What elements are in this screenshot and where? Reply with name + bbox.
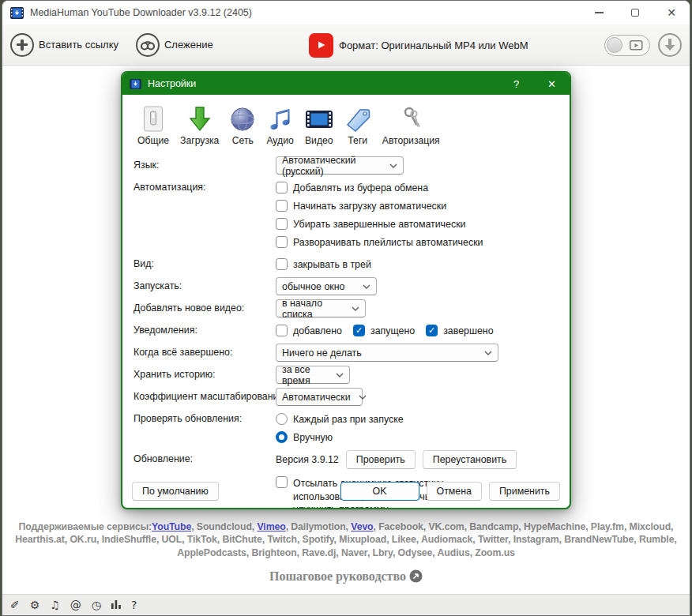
settings-tabs: Общие Загрузка Сеть — [134, 103, 558, 147]
download-button[interactable] — [658, 33, 682, 57]
service-audius: Audius — [438, 547, 470, 558]
chevron-down-icon — [336, 373, 344, 377]
row-scaling: Коэффициент масштабирования: Автоматичес… — [134, 388, 558, 406]
dialog-help-button[interactable]: ? — [498, 73, 534, 95]
switch-icon — [141, 104, 166, 133]
close-button[interactable]: ✕ — [653, 1, 690, 24]
minimize-button[interactable] — [581, 1, 617, 24]
autostart-checkbox[interactable] — [276, 200, 288, 212]
notifications-label: Уведомления: — [134, 321, 276, 336]
row-history: Хранить историю: за все время — [134, 366, 558, 384]
manual-radio[interactable] — [276, 431, 288, 443]
tab-general[interactable]: Общие — [134, 103, 173, 147]
add-new-video-select[interactable]: в начало списка — [276, 299, 366, 317]
when-finished-select[interactable]: Ничего не делать — [276, 344, 498, 362]
service-lbry: Lbry — [373, 547, 393, 558]
service-vevo[interactable]: Vevo — [351, 521, 373, 532]
service-indieshuffle: IndieShuffle — [102, 534, 156, 545]
every-launch-radio[interactable] — [276, 413, 288, 425]
expand-playlists-checkbox[interactable] — [276, 236, 288, 248]
ok-button[interactable]: OK — [340, 482, 419, 501]
remove-completed-checkbox[interactable] — [276, 218, 288, 230]
started-checkbox[interactable] — [353, 325, 365, 336]
checkbox-remove-completed[interactable]: Убирать завершенные автоматически — [276, 215, 483, 233]
tab-tags[interactable]: Теги — [340, 103, 375, 147]
version-text: Версия 3.9.12 — [276, 454, 339, 465]
row-automation: Автоматизация: Добавлять из буфера обмен… — [134, 178, 558, 251]
toggle-knob — [607, 37, 622, 53]
check-update-button[interactable]: Проверить — [346, 450, 416, 469]
checkbox-autostart-download[interactable]: Начинать загрузку автоматически — [276, 197, 483, 215]
cancel-button[interactable]: Отмена — [427, 482, 482, 501]
reinstall-button[interactable]: Переустановить — [423, 450, 517, 469]
service-hearthis-at: Hearthis.at — [15, 534, 64, 545]
service-rumble: Rumble — [639, 534, 675, 545]
tab-download[interactable]: Загрузка — [176, 103, 223, 147]
service-ok-ru: OK.ru — [70, 534, 96, 545]
checkbox-added[interactable]: добавлено — [276, 321, 342, 340]
dialog-close-button[interactable]: ✕ — [534, 73, 570, 95]
format-selector[interactable]: Формат: Оригинальный MP4 или WebM — [309, 24, 528, 66]
finished-checkbox[interactable] — [426, 325, 438, 336]
service-applepodcasts: ApplePodcasts — [177, 547, 246, 558]
youtube-icon — [309, 33, 333, 58]
tab-authorization[interactable]: Авторизация — [378, 103, 444, 147]
history-select[interactable]: за все время — [276, 366, 350, 384]
language-select[interactable]: Автоматический (русский) — [276, 156, 404, 175]
radio-every-launch[interactable]: Каждый раз при запуске — [276, 410, 404, 428]
checkbox-close-to-tray[interactable]: закрывать в трей — [276, 255, 371, 273]
checkbox-started[interactable]: запущено — [353, 321, 415, 340]
history-label: Хранить историю: — [134, 366, 276, 380]
add-new-video-label: Добавлять новое видео: — [134, 299, 276, 314]
toolbar: Вставить ссылку Слежение Формат: Оригина… — [2, 24, 690, 66]
tab-video[interactable]: Видео — [301, 103, 337, 147]
checkbox-finished[interactable]: завершено — [426, 321, 493, 340]
dialog-title: Настройки — [148, 78, 196, 89]
mode-toggle[interactable] — [604, 35, 650, 56]
launch-label: Запускать: — [134, 277, 276, 291]
stats-icon[interactable] — [111, 599, 121, 610]
help-icon[interactable]: ? — [131, 599, 137, 610]
maximize-icon — [631, 9, 639, 17]
service-brighteon: Brighteon — [251, 547, 296, 558]
close-icon: ✕ — [667, 7, 676, 18]
dialog-close-icon: ✕ — [547, 78, 556, 90]
checkbox-clipboard[interactable]: Добавлять из буфера обмена — [276, 178, 483, 197]
cleanup-brush-icon[interactable]: ✐ — [10, 599, 20, 610]
row-language: Язык: Автоматический (русский) — [134, 156, 558, 175]
guide-link[interactable]: Пошаговое руководство — [2, 569, 690, 586]
snail-speed-icon[interactable]: @ — [70, 599, 81, 610]
settings-form: Язык: Автоматический (русский) Автоматиз… — [134, 156, 558, 509]
service-vimeo[interactable]: Vimeo — [257, 521, 285, 532]
settings-gear-icon[interactable]: ⚙ — [30, 599, 40, 610]
minimize-icon — [595, 12, 604, 13]
guide-label: Пошаговое руководство — [269, 569, 406, 583]
music-notes-icon — [269, 104, 292, 133]
format-label: Формат: Оригинальный MP4 или WebM — [339, 39, 528, 51]
film-strip-icon — [305, 104, 333, 133]
maximize-button[interactable] — [617, 1, 653, 24]
history-clock-icon[interactable]: ◷ — [92, 599, 101, 610]
apply-button[interactable]: Применить — [489, 482, 560, 501]
checkbox-expand-playlists[interactable]: Разворачивать плейлисты автоматически — [276, 233, 483, 251]
service-spotify: Spotify — [303, 534, 334, 545]
service-tiktok: TikTok — [187, 534, 217, 545]
download-arrow-icon — [664, 38, 676, 52]
paste-link-label: Вставить ссылку — [39, 39, 118, 51]
defaults-button[interactable]: По умолчанию — [132, 482, 219, 501]
clipboard-checkbox[interactable] — [276, 182, 288, 193]
close-to-tray-checkbox[interactable] — [276, 258, 288, 270]
check-updates-label: Проверять обновления: — [134, 410, 276, 424]
radio-manual[interactable]: Вручную — [276, 428, 404, 446]
scaling-select[interactable]: Автоматически — [276, 388, 363, 406]
launch-select[interactable]: обычное окно — [276, 277, 377, 295]
watch-button[interactable]: Слежение — [136, 33, 213, 57]
dialog-body: Общие Загрузка Сеть — [122, 95, 570, 508]
service-bitchute: BitChute — [222, 534, 261, 545]
service-youtube[interactable]: YouTube — [152, 521, 191, 532]
tab-audio[interactable]: Аудио — [262, 103, 297, 147]
paste-link-button[interactable]: Вставить ссылку — [10, 33, 118, 57]
added-checkbox[interactable] — [276, 325, 288, 336]
tab-network[interactable]: Сеть — [226, 103, 259, 147]
music-note-icon[interactable]: ♫ — [50, 599, 60, 610]
